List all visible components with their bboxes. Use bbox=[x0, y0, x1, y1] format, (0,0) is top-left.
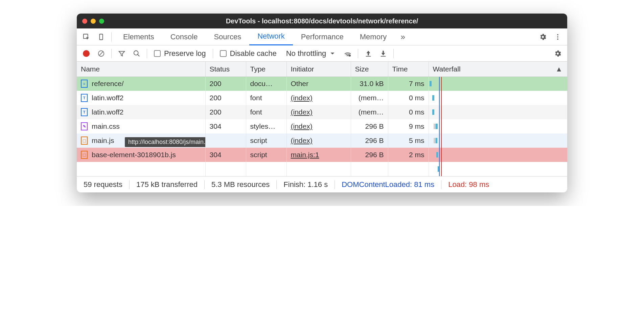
table-row[interactable]: ⬚base-element-3018901b.js304scriptmain.j… bbox=[77, 148, 567, 162]
disable-cache-label: Disable cache bbox=[230, 49, 277, 58]
status-dcl: DOMContentLoaded: 81 ms bbox=[335, 180, 441, 189]
record-button[interactable] bbox=[79, 47, 93, 60]
file-name: base-element-3018901b.js bbox=[92, 151, 176, 159]
cell-size: 296 B bbox=[351, 133, 388, 148]
table-row-empty bbox=[77, 162, 567, 176]
cell-status: 200 bbox=[205, 77, 246, 91]
cell-type: font bbox=[246, 91, 286, 105]
tab-performance[interactable]: Performance bbox=[293, 28, 352, 45]
panel-tabs-bar: ElementsConsoleSourcesNetworkPerformance… bbox=[77, 28, 567, 45]
status-requests: 59 requests bbox=[82, 180, 129, 189]
tab-console[interactable]: Console bbox=[162, 28, 206, 45]
status-bar: 59 requests 175 kB transferred 5.3 MB re… bbox=[77, 176, 567, 192]
download-har-icon[interactable] bbox=[376, 47, 390, 60]
table-header-row: Name Status Type Initiator Size Time Wat… bbox=[77, 62, 567, 77]
cell-waterfall bbox=[429, 119, 567, 133]
svg-rect-11 bbox=[366, 56, 371, 57]
cell-size: (mem… bbox=[351, 105, 388, 119]
column-size[interactable]: Size bbox=[351, 62, 388, 77]
js-file-icon: ⬚ bbox=[81, 151, 88, 159]
cell-initiator: Other bbox=[286, 77, 351, 91]
cell-initiator[interactable]: (index) bbox=[286, 105, 351, 119]
cell-initiator[interactable]: (index) bbox=[286, 133, 351, 148]
svg-line-7 bbox=[99, 51, 103, 55]
status-transferred: 175 kB transferred bbox=[129, 180, 204, 189]
table-row[interactable]: ✎main.css304styles…(index)296 B9 ms bbox=[77, 119, 567, 133]
cell-waterfall bbox=[429, 133, 567, 148]
cell-time: 9 ms bbox=[388, 119, 429, 133]
font-file-icon: T bbox=[81, 94, 88, 102]
table-row[interactable]: Tlatin.woff2200font(index)(mem…0 ms bbox=[77, 105, 567, 119]
divider bbox=[213, 49, 213, 58]
tooltip: http://localhost:8080/js/main.js bbox=[125, 137, 205, 147]
preserve-log-checkbox[interactable]: Preserve log bbox=[151, 49, 209, 58]
cell-status bbox=[205, 133, 246, 148]
tab-sources[interactable]: Sources bbox=[206, 28, 249, 45]
cell-size: 31.0 kB bbox=[351, 77, 388, 91]
tab-memory[interactable]: Memory bbox=[352, 28, 395, 45]
cell-initiator[interactable]: (index) bbox=[286, 119, 351, 133]
device-toolbar-icon[interactable] bbox=[94, 30, 108, 44]
chevron-down-icon bbox=[330, 51, 335, 56]
cell-initiator[interactable]: (index) bbox=[286, 91, 351, 105]
disable-cache-checkbox[interactable]: Disable cache bbox=[216, 49, 280, 58]
cell-status: 200 bbox=[205, 91, 246, 105]
svg-point-10 bbox=[349, 55, 351, 57]
column-type[interactable]: Type bbox=[246, 62, 286, 77]
cell-size: 296 B bbox=[351, 148, 388, 162]
cell-time: 7 ms bbox=[388, 77, 429, 91]
cell-waterfall bbox=[429, 148, 567, 162]
file-name: latin.woff2 bbox=[92, 108, 123, 116]
cell-status: 304 bbox=[205, 119, 246, 133]
overflow-tabs-icon[interactable]: » bbox=[396, 30, 410, 44]
network-conditions-icon[interactable] bbox=[341, 47, 354, 60]
upload-har-icon[interactable] bbox=[362, 47, 375, 60]
network-table: Name Status Type Initiator Size Time Wat… bbox=[77, 62, 567, 176]
checkbox-icon bbox=[154, 50, 161, 57]
traffic-lights bbox=[82, 19, 104, 24]
status-resources: 5.3 MB resources bbox=[204, 180, 276, 189]
file-name: latin.woff2 bbox=[92, 94, 123, 102]
divider bbox=[111, 32, 112, 42]
cell-time: 5 ms bbox=[388, 133, 429, 148]
cell-type: script bbox=[246, 133, 286, 148]
minimize-window-icon[interactable] bbox=[91, 19, 96, 24]
search-icon[interactable] bbox=[130, 47, 143, 60]
inspect-element-icon[interactable] bbox=[79, 30, 93, 44]
sort-asc-icon: ▲ bbox=[555, 65, 562, 73]
column-initiator[interactable]: Initiator bbox=[286, 62, 351, 77]
zoom-window-icon[interactable] bbox=[99, 19, 104, 24]
more-icon[interactable] bbox=[551, 30, 565, 44]
cell-status: 200 bbox=[205, 105, 246, 119]
svg-rect-1 bbox=[99, 34, 102, 40]
js-file-icon: ⬚ bbox=[81, 137, 88, 145]
titlebar: DevTools - localhost:8080/docs/devtools/… bbox=[77, 14, 567, 28]
tab-network[interactable]: Network bbox=[249, 28, 293, 45]
window-title: DevTools - localhost:8080/docs/devtools/… bbox=[77, 17, 567, 25]
panel-settings-icon[interactable] bbox=[551, 47, 565, 60]
throttling-select[interactable]: No throttling bbox=[281, 49, 340, 58]
settings-icon[interactable] bbox=[536, 30, 550, 44]
column-time[interactable]: Time bbox=[388, 62, 429, 77]
cell-type: docu… bbox=[246, 77, 286, 91]
css-file-icon: ✎ bbox=[81, 122, 88, 130]
column-status[interactable]: Status bbox=[205, 62, 246, 77]
filter-icon[interactable] bbox=[115, 47, 129, 60]
table-row[interactable]: ⬚main.jshttp://localhost:8080/js/main.js… bbox=[77, 133, 567, 148]
clear-icon[interactable] bbox=[94, 47, 108, 60]
cell-size: 296 B bbox=[351, 119, 388, 133]
cell-initiator[interactable]: main.js:1 bbox=[286, 148, 351, 162]
network-toolbar: Preserve log Disable cache No throttling bbox=[77, 45, 567, 62]
svg-point-3 bbox=[557, 34, 558, 35]
column-name[interactable]: Name bbox=[77, 62, 205, 77]
table-row[interactable]: ≡reference/200docu…Other31.0 kB7 ms bbox=[77, 77, 567, 91]
table-row[interactable]: Tlatin.woff2200font(index)(mem…0 ms bbox=[77, 91, 567, 105]
column-waterfall[interactable]: Waterfall▲ bbox=[429, 62, 567, 77]
tab-elements[interactable]: Elements bbox=[115, 28, 162, 45]
divider bbox=[393, 49, 394, 58]
svg-rect-12 bbox=[381, 56, 386, 57]
cell-waterfall bbox=[429, 77, 567, 91]
devtools-window: DevTools - localhost:8080/docs/devtools/… bbox=[77, 14, 567, 192]
close-window-icon[interactable] bbox=[82, 19, 87, 24]
status-finish: Finish: 1.16 s bbox=[276, 180, 335, 189]
